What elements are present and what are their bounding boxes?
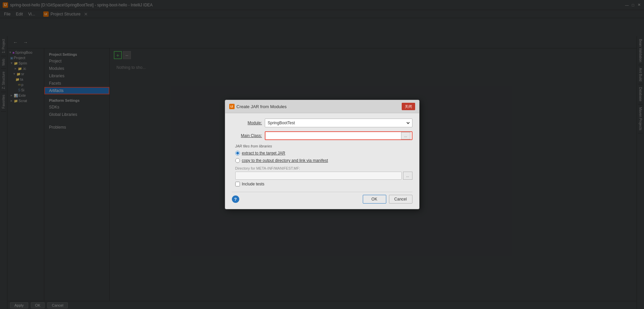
module-label: Module:	[232, 121, 262, 125]
modal-overlay: IJ Create JAR from Modules 关闭 Module: Sp…	[0, 0, 644, 309]
cancel-button[interactable]: Cancel	[389, 195, 412, 204]
main-class-input-container: ...	[265, 131, 412, 140]
create-jar-dialog: IJ Create JAR from Modules 关闭 Module: Sp…	[225, 100, 419, 209]
radio-copy[interactable]	[235, 158, 240, 163]
main-class-browse-btn[interactable]: ...	[401, 132, 410, 139]
ok-button[interactable]: OK	[363, 195, 386, 204]
module-row: Module: SpringBootTest	[232, 119, 412, 127]
module-select[interactable]: SpringBootTest	[266, 120, 411, 126]
radio-extract-label: extract to the target JAR	[242, 151, 285, 156]
manifest-input-row: ...	[235, 172, 412, 180]
manifest-dir-label: Directory for META-INF/MANIFEST.MF:	[235, 166, 412, 170]
jar-files-label: JAR files from libraries	[232, 144, 412, 148]
dialog-buttons: ? OK Cancel	[232, 192, 412, 204]
radio-extract[interactable]	[235, 151, 240, 156]
manifest-browse-btn[interactable]: ...	[403, 172, 412, 180]
dialog-icon: IJ	[229, 104, 235, 109]
dialog-body: Module: SpringBootTest Main Class: ... J…	[225, 113, 419, 209]
dialog-title-text: IJ Create JAR from Modules	[229, 104, 287, 109]
dialog-title-bar: IJ Create JAR from Modules 关闭	[225, 100, 419, 113]
include-tests-label: Include tests	[242, 182, 264, 186]
help-button[interactable]: ?	[232, 195, 239, 203]
include-tests-row: Include tests	[232, 182, 412, 186]
main-class-label: Main Class:	[232, 133, 262, 138]
radio-copy-row: copy to the output directory and link vi…	[232, 158, 412, 163]
manifest-dir-input[interactable]	[235, 172, 402, 180]
include-tests-checkbox[interactable]	[235, 182, 240, 186]
module-select-container: SpringBootTest	[265, 119, 412, 127]
main-class-row: Main Class: ...	[232, 131, 412, 140]
manifest-dir-section: Directory for META-INF/MANIFEST.MF: ...	[235, 166, 412, 180]
dialog-close-btn[interactable]: 关闭	[402, 103, 415, 110]
radio-copy-label: copy to the output directory and link vi…	[242, 158, 328, 163]
main-class-input[interactable]	[267, 133, 401, 138]
radio-extract-row: extract to the target JAR	[232, 151, 412, 156]
